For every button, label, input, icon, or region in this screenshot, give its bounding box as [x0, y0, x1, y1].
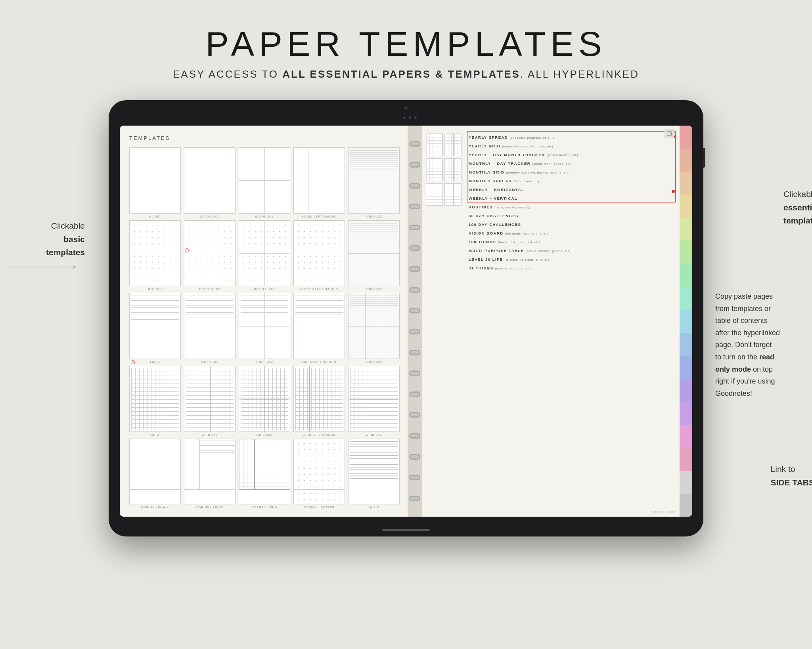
side-tab-0[interactable]	[680, 126, 692, 149]
tablet-top-bar	[120, 112, 692, 123]
blank-row: BLANK BLANK 1X2 BLANK 2X2 BLANK LEFT MAR…	[129, 147, 400, 218]
list-item-monthly-day[interactable]: MONTHLY – DAY TRACKER (sleep, work, shad…	[469, 159, 676, 168]
list-item-vision-board[interactable]: VISION BOARD (life goals, inspirations, …	[469, 229, 676, 237]
right-annotation-sidetabs: Link to SIDE TABS	[771, 462, 812, 489]
template-list: YEARLY SPREAD (checklist, progress, list…	[469, 133, 676, 272]
side-tab-11[interactable]	[680, 379, 692, 402]
right-list-area: YEARLY SPREAD (checklist, progress, list…	[465, 126, 680, 517]
side-tab-15[interactable]	[680, 471, 692, 494]
template-cornell-grid[interactable]: CORNELL GRID	[239, 439, 290, 509]
side-tab-16[interactable]	[680, 494, 692, 517]
left-page: TEMPLATES BLANK BLANK 1X2 BLANK 2X2	[120, 126, 408, 517]
template-grid[interactable]: GRID	[129, 366, 181, 436]
tablet-home-bar	[382, 529, 430, 531]
template-cornell-lines[interactable]: CORNELL LINES	[184, 439, 236, 509]
list-item-30-day[interactable]: 30 DAY CHALLENGES	[469, 211, 676, 220]
template-todo-2x2[interactable]: TODO 2X2	[348, 220, 400, 291]
side-tab-10[interactable]	[680, 356, 692, 379]
watermark: © nazomunoto	[650, 510, 676, 513]
right-page: YEARLY SPREAD (checklist, progress, list…	[422, 126, 692, 517]
template-cornell-dotted[interactable]: CORNELL DOTTED	[293, 439, 345, 509]
list-item-yearly-day-month[interactable]: YEARLY – DAY MONTH TRACKER (period track…	[469, 150, 676, 159]
list-item-31-things[interactable]: 31 THINGS (journal, gratitude, etc)	[469, 263, 676, 272]
tablet-device: TEMPLATES BLANK BLANK 1X2 BLANK 2X2	[109, 100, 703, 536]
template-lines-left-margin[interactable]: LINES LEFT MARGIN	[293, 293, 345, 363]
template-dotted-left-margin[interactable]: DOTTED LEFT MARGIN	[293, 220, 345, 291]
right-annotation-top: Clickable essential templates	[783, 187, 812, 227]
template-grid-2x1[interactable]: GRID 2x1	[348, 366, 400, 436]
template-music[interactable]: MUSIC	[348, 439, 400, 509]
right-annotation-copy: Copy paste pagesfrom templates ortable o…	[715, 290, 812, 399]
side-tab-7[interactable]	[680, 287, 692, 310]
list-item-100-day[interactable]: 100 DAY CHALLENGES	[469, 220, 676, 229]
side-tab-13[interactable]	[680, 425, 692, 448]
template-todo-3x2[interactable]: TODO 3X2	[348, 293, 400, 363]
template-lines-1x2[interactable]: LINES 1X2	[184, 293, 236, 363]
list-item-yearly-grid[interactable]: YEARLY GRID (important dates, birthdays,…	[469, 141, 676, 150]
page-title: PAPER TEMPLATES	[205, 24, 606, 64]
side-tab-5[interactable]	[680, 241, 692, 263]
template-lines[interactable]: LINES	[129, 293, 181, 363]
list-item-yearly-spread[interactable]: YEARLY SPREAD (checklist, progress, list…	[469, 133, 676, 141]
list-item-monthly-spread[interactable]: MONTHLY SPREAD (habit tracker...)	[469, 176, 676, 185]
template-dotted-2x2[interactable]: DOTTED 2X2	[239, 220, 290, 291]
list-item-routines[interactable]: ROUTINES (daily, weekly, monthly)	[469, 202, 676, 211]
side-tabs[interactable]	[680, 126, 692, 517]
tablet-side-button	[703, 148, 705, 168]
template-todo-1x2[interactable]: TODO 1X2	[348, 147, 400, 218]
side-tab-3[interactable]	[680, 195, 692, 218]
cornell-row: CORNELL BLANK CORNELL LINES	[129, 439, 400, 509]
page-subtitle: EASY ACCESS TO ALL ESSENTIAL PAPERS & TE…	[173, 68, 639, 80]
tablet-camera	[404, 107, 408, 110]
left-annotation: Clickable basic templates	[6, 219, 85, 287]
template-grid-left-margin[interactable]: GRID LEFT MARGIN	[293, 366, 345, 436]
template-blank[interactable]: BLANK	[129, 147, 181, 218]
right-grid-previews	[422, 126, 465, 517]
list-item-weekly-vertical[interactable]: WEEKLY – VERTICAL	[469, 194, 676, 202]
side-tab-6[interactable]	[680, 263, 692, 286]
side-tab-1[interactable]	[680, 149, 692, 172]
dotted-row: DOTTED DOTTED 1X2	[129, 220, 400, 291]
template-grid-2x2[interactable]: GRID 2X2	[239, 366, 290, 436]
list-item-multi-purpose[interactable]: MULTI PURPOSE TABLE (books, movies, game…	[469, 246, 676, 255]
template-dotted[interactable]: DOTTED	[129, 220, 181, 291]
template-lines-2x2[interactable]: LINES 2X2	[239, 293, 290, 363]
list-item-100-things[interactable]: 100 THINGS (bucket list, travel list, et…	[469, 237, 676, 246]
grid-row: GRID GRID 1X2	[129, 366, 400, 436]
list-item-level-10[interactable]: LEVEL 10 LIFE (to track life areas, bill…	[469, 255, 676, 263]
svg-marker-1	[73, 265, 77, 269]
template-blank-2x2[interactable]: BLANK 2X2	[239, 147, 290, 218]
template-blank-left-margin[interactable]: BLANK LEFT MARGIN	[293, 147, 345, 218]
side-tab-8[interactable]	[680, 310, 692, 333]
list-item-weekly-horizontal[interactable]: WEEKLY – HORIZONTAL	[469, 185, 676, 194]
list-item-monthly-grid[interactable]: MONTHLY GRID (monthly overview, planner,…	[469, 168, 676, 176]
template-blank-1x2[interactable]: BLANK 1X2	[184, 147, 236, 218]
side-tab-14[interactable]	[680, 448, 692, 471]
template-dotted-1x2[interactable]: DOTTED 1X2	[184, 220, 236, 291]
side-tab-12[interactable]	[680, 402, 692, 425]
lines-row: LINES LINES 1X2	[129, 293, 400, 363]
side-tab-2[interactable]	[680, 172, 692, 195]
templates-header: TEMPLATES	[129, 135, 400, 141]
template-cornell-blank[interactable]: CORNELL BLANK	[129, 439, 181, 509]
side-tab-9[interactable]	[680, 333, 692, 356]
template-grid-1x2[interactable]: GRID 1X2	[184, 366, 236, 436]
notebook-screen: TEMPLATES BLANK BLANK 1X2 BLANK 2X2	[120, 126, 692, 517]
notebook-spine	[408, 126, 422, 517]
side-tab-4[interactable]	[680, 218, 692, 241]
